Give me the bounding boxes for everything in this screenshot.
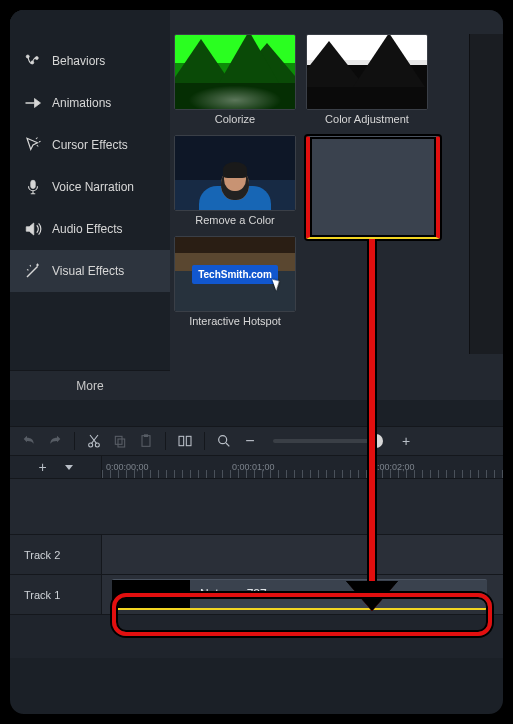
- panel-gap: [10, 400, 503, 426]
- remove-color-thumb: [174, 135, 296, 211]
- ruler-mark: 0:00:02;00: [372, 462, 415, 472]
- redo-icon[interactable]: [46, 432, 64, 450]
- sidebar-label: Behaviors: [52, 54, 105, 68]
- track-options-icon[interactable]: [60, 458, 78, 476]
- wand-icon: [24, 262, 42, 280]
- sidebar-label: Visual Effects: [52, 264, 124, 278]
- track-body-1[interactable]: Nature - 787: [102, 575, 503, 614]
- svg-point-4: [89, 443, 93, 447]
- effect-remove-color[interactable]: Remove a Color: [174, 135, 296, 226]
- svg-point-5: [95, 443, 99, 447]
- timeline-empty-area: [10, 478, 503, 534]
- effect-label: Remove a Color: [195, 214, 274, 226]
- paste-icon[interactable]: [137, 432, 155, 450]
- color-adjust-thumb: [306, 34, 428, 110]
- upper-panel: Behaviors Animations Cursor Effects Voic…: [10, 10, 503, 400]
- track-body-2[interactable]: [102, 535, 503, 574]
- sidebar-item-visual-effects[interactable]: Visual Effects: [10, 250, 170, 292]
- effect-color-adjustment[interactable]: Color Adjustment: [306, 34, 428, 125]
- timeline-clip[interactable]: Nature - 787: [112, 579, 487, 610]
- track-label[interactable]: Track 1: [10, 575, 102, 614]
- sidebar-label: Audio Effects: [52, 222, 123, 236]
- svg-rect-9: [144, 434, 148, 437]
- sidebar-item-behaviors[interactable]: Behaviors: [10, 40, 170, 82]
- colorize-thumb: [174, 34, 296, 110]
- time-ruler[interactable]: 0:00:00;00 0:00:01;00 0:00:02;00: [102, 456, 503, 478]
- effect-label: Color Adjustment: [325, 113, 409, 125]
- svg-rect-6: [115, 436, 122, 444]
- ruler-mark: 0:00:01;00: [232, 462, 275, 472]
- zoom-out-button[interactable]: −: [241, 432, 259, 450]
- zoom-in-button[interactable]: +: [397, 432, 415, 450]
- app-frame: Behaviors Animations Cursor Effects Voic…: [8, 8, 505, 716]
- split-icon[interactable]: [176, 432, 194, 450]
- behaviors-icon: [24, 52, 42, 70]
- effect-interactive-hotspot[interactable]: TechSmith.com Interactive Hotspot: [174, 236, 296, 327]
- annotation-arrow-stem: [367, 239, 377, 595]
- audio-icon: [24, 220, 42, 238]
- sidebar-item-audio-effects[interactable]: Audio Effects: [10, 208, 170, 250]
- ruler-left-controls: +: [10, 456, 102, 478]
- effect-colorize[interactable]: Colorize: [174, 34, 296, 125]
- add-track-icon[interactable]: +: [34, 458, 52, 476]
- preview-strip: [469, 34, 503, 354]
- effect-clip-speed[interactable]: ▸ Clip Speed: [306, 135, 428, 226]
- tools-sidebar: Behaviors Animations Cursor Effects Voic…: [10, 10, 170, 400]
- effect-label: Clip Speed: [340, 214, 394, 226]
- sidebar-item-cursor-effects[interactable]: Cursor Effects: [10, 124, 170, 166]
- sidebar-item-animations[interactable]: Animations: [10, 82, 170, 124]
- svg-rect-3: [31, 180, 36, 188]
- effect-label: Colorize: [215, 113, 255, 125]
- annotation-arrow-head: [350, 585, 394, 611]
- track-row-2[interactable]: Track 2: [10, 534, 503, 574]
- timeline-footer: [10, 614, 503, 658]
- clip-speed-thumb: ▸: [306, 135, 428, 211]
- hotspot-thumb: TechSmith.com: [174, 236, 296, 312]
- cut-icon[interactable]: [85, 432, 103, 450]
- sidebar-label: Animations: [52, 96, 111, 110]
- timeline-ruler-row: + 0:00:00;00 0:00:01;00 0:00:02;00: [10, 456, 503, 478]
- clip-thumb: [112, 580, 190, 608]
- svg-rect-7: [118, 439, 125, 447]
- magnifier-icon[interactable]: [215, 432, 233, 450]
- svg-point-12: [219, 436, 227, 444]
- sidebar-more-button[interactable]: More: [10, 370, 170, 400]
- more-label: More: [76, 379, 103, 393]
- track-label[interactable]: Track 2: [10, 535, 102, 574]
- svg-rect-8: [142, 436, 150, 447]
- track-row-1[interactable]: Track 1 Nature - 787: [10, 574, 503, 614]
- chevron-right-icon: ▸: [364, 166, 370, 180]
- sidebar-label: Voice Narration: [52, 180, 134, 194]
- clip-title: Nature - 787: [200, 587, 267, 601]
- ruler-mark: 0:00:00;00: [106, 462, 149, 472]
- svg-rect-10: [179, 436, 184, 445]
- svg-rect-11: [186, 436, 191, 445]
- copy-icon[interactable]: [111, 432, 129, 450]
- sidebar-label: Cursor Effects: [52, 138, 128, 152]
- undo-icon[interactable]: [20, 432, 38, 450]
- hotspot-badge-text: TechSmith.com: [198, 269, 272, 280]
- effect-label: Interactive Hotspot: [189, 315, 281, 327]
- cursor-effects-icon: [24, 136, 42, 154]
- sidebar-item-voice-narration[interactable]: Voice Narration: [10, 166, 170, 208]
- effects-panel: Colorize Color Adjustment Remove a Color…: [170, 10, 503, 400]
- timeline-toolbar: − +: [10, 426, 503, 456]
- animations-icon: [24, 94, 42, 112]
- microphone-icon: [24, 178, 42, 196]
- cursor-icon: [272, 277, 282, 290]
